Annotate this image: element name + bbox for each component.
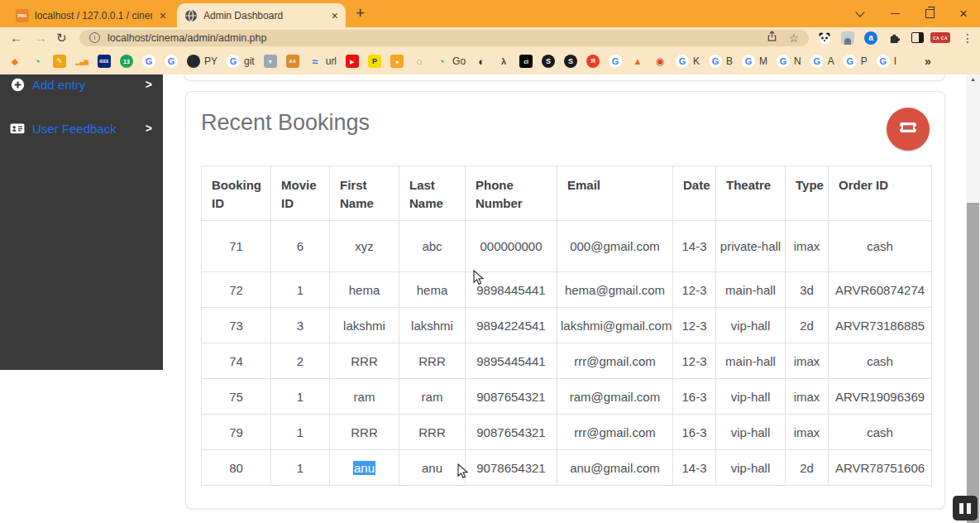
bookmark-item[interactable]: ▂▄▆ xyxy=(75,55,88,68)
share-icon[interactable] xyxy=(766,30,778,46)
cell: 16-3 xyxy=(673,415,716,450)
sidebar-item-user-feedback[interactable]: User Feedback > xyxy=(0,119,163,137)
bookmark-item[interactable]: G xyxy=(142,55,155,68)
matlab-icon: ▲ xyxy=(631,55,644,68)
column-header: Email xyxy=(557,166,673,221)
bookmark-item[interactable]: G xyxy=(609,55,622,68)
page-scrollbar[interactable]: ▲ xyxy=(966,74,980,523)
address-bar[interactable]: i localhost/cinema/admin/admin.php ☆ xyxy=(79,30,809,46)
cell: 2d xyxy=(786,308,829,343)
id-card-icon xyxy=(8,122,26,135)
bookmark-item[interactable]: GI xyxy=(877,55,896,68)
bookmark-item[interactable]: S xyxy=(564,55,577,68)
bookmark-item[interactable]: S xyxy=(542,55,555,68)
bookmark-item[interactable]: ◔ xyxy=(31,55,44,68)
bookmark-item[interactable]: P xyxy=(368,55,381,68)
scroll-up-icon[interactable]: ▲ xyxy=(966,76,980,82)
cell: vip-hall xyxy=(716,379,786,415)
sidebar: Add entry > User Feedback > xyxy=(0,74,163,370)
bookmark-item[interactable]: GP xyxy=(844,55,868,68)
bookmark-star-icon[interactable]: ☆ xyxy=(788,32,799,44)
cell: 3d xyxy=(786,272,829,308)
minimize-button[interactable] xyxy=(883,0,906,27)
bookmark-item[interactable]: ▶ xyxy=(346,55,359,68)
site-info-icon[interactable]: i xyxy=(89,32,100,43)
bookmark-item[interactable]: GM xyxy=(742,55,767,68)
cell: RRR xyxy=(399,343,466,379)
url-text[interactable]: localhost/cinema/admin/admin.php xyxy=(108,32,266,44)
bookmark-item[interactable]: Я xyxy=(586,55,600,68)
new-tab-button[interactable]: + xyxy=(356,4,365,22)
close-tab-icon[interactable]: × xyxy=(160,10,166,22)
bookmark-item[interactable]: PY xyxy=(187,55,218,68)
bookmark-item[interactable]: ◐ xyxy=(475,55,488,68)
bookmark-label: K xyxy=(693,55,700,67)
bookings-button[interactable] xyxy=(887,108,930,151)
browser-window: PMA localhost / 127.0.0.1 / cinema_db × … xyxy=(0,0,980,523)
tab-admin-dashboard[interactable]: Admin Dashboard × xyxy=(177,3,346,27)
table-row: 801anuanu9078654321anu@gmail.com14-3vip-… xyxy=(202,450,932,486)
bookmark-item[interactable]: ○ xyxy=(413,55,426,68)
bookmark-item[interactable]: ◔Go xyxy=(435,55,466,68)
profile-icon[interactable] xyxy=(839,27,857,48)
a-badge-icon[interactable]: a xyxy=(862,27,880,48)
cell: hema xyxy=(330,272,399,308)
sidebar-item-add-entry[interactable]: Add entry > xyxy=(0,75,163,94)
bookmark-item[interactable]: GK xyxy=(676,55,700,68)
cell: main-hall xyxy=(716,343,786,379)
reading-list-icon[interactable] xyxy=(908,27,926,48)
reload-button[interactable]: ↻ xyxy=(56,27,67,48)
bookmark-item[interactable]: GB xyxy=(709,55,733,68)
previous-card-edge xyxy=(184,74,945,81)
panda-icon[interactable] xyxy=(815,27,834,48)
maximize-restore-icon xyxy=(925,9,935,18)
cell: RRR xyxy=(330,415,399,450)
cell: anu xyxy=(399,450,466,486)
bookmark-item[interactable]: AA xyxy=(286,55,299,68)
bookmark-item[interactable]: IEEE xyxy=(98,55,111,68)
cell: imax xyxy=(786,221,829,272)
cell: 14-3 xyxy=(673,450,716,486)
chevron-down-icon[interactable] xyxy=(849,0,872,27)
bookmark-item[interactable]: GN xyxy=(777,55,801,68)
close-window-button[interactable]: × xyxy=(951,0,976,27)
bookmark-item[interactable]: λ xyxy=(497,55,510,68)
column-header: Last Name xyxy=(399,166,466,221)
maximize-restore-button[interactable] xyxy=(918,0,941,27)
bookings-table: Booking IDMovie IDFirst NameLast NamePho… xyxy=(201,166,932,486)
bookmark-item[interactable]: ◉ xyxy=(653,55,667,68)
google-icon: G xyxy=(742,55,755,68)
red-badge-icon[interactable]: CA CA xyxy=(928,27,953,48)
pause-overlay-button[interactable] xyxy=(953,496,978,521)
cell: 1 xyxy=(271,415,330,450)
bookmark-item[interactable]: G xyxy=(165,55,178,68)
bookmark-item[interactable]: ● xyxy=(390,55,404,68)
bookmark-item[interactable]: ≈url xyxy=(308,55,337,68)
bookmark-item[interactable]: GA xyxy=(810,55,834,68)
puzzle-icon[interactable] xyxy=(885,27,903,48)
bookmarks-overflow-icon[interactable]: » xyxy=(925,48,931,74)
scrollbar-thumb[interactable] xyxy=(967,203,979,523)
recent-bookings-card: Recent Bookings Booking IDMovie IDFirst … xyxy=(185,91,945,509)
back-button[interactable]: ← xyxy=(10,27,22,48)
cell: 1 xyxy=(271,450,330,486)
cell: 9087654321 xyxy=(466,379,557,415)
forward-button[interactable]: → xyxy=(35,27,47,48)
bookmark-item[interactable]: ▼ xyxy=(264,55,277,68)
browser-menu-icon[interactable]: ⋮ xyxy=(958,27,978,48)
bookmark-item[interactable]: Ggit xyxy=(227,55,255,68)
cell: rrr@gmail.com xyxy=(557,415,673,450)
tab-phpmyadmin[interactable]: PMA localhost / 127.0.0.1 / cinema_db × xyxy=(8,3,174,27)
bookmark-item[interactable]: ✎ xyxy=(53,55,66,68)
close-tab-icon[interactable]: × xyxy=(332,10,338,22)
google-icon: G xyxy=(877,55,890,68)
camera-icon: ● xyxy=(390,55,404,68)
green-13-icon: 13 xyxy=(120,55,133,68)
cell: imax xyxy=(786,343,829,379)
bookmark-item[interactable]: cl xyxy=(519,55,533,68)
cell: vip-hall xyxy=(716,450,786,486)
bookmark-item[interactable]: ◆ xyxy=(8,55,22,68)
bookmark-item[interactable]: ▲ xyxy=(631,55,644,68)
bookmark-item[interactable]: 13 xyxy=(120,55,133,68)
cell: rrr@gmail.com xyxy=(557,343,673,379)
